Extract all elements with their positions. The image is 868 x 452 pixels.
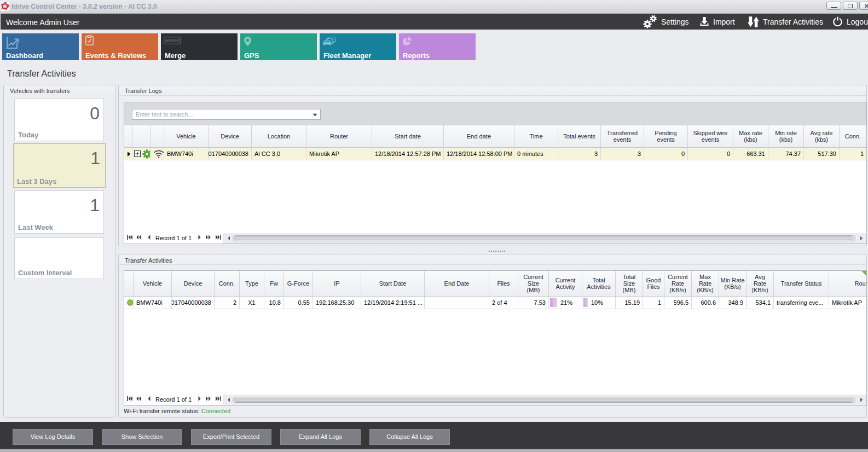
- svg-text:MERGE: MERGE: [165, 39, 180, 43]
